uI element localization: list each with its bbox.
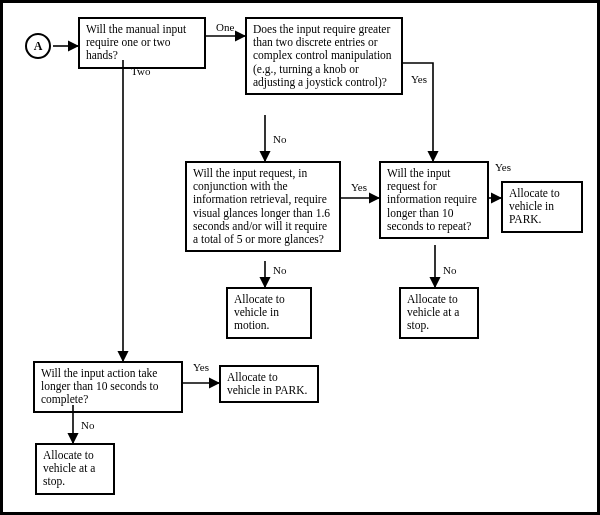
outcome-stop-1: Allocate to vehicle at a stop.	[399, 287, 479, 339]
question-complete: Will the input action take longer than 1…	[33, 361, 183, 413]
edge-label-two: Two	[131, 65, 150, 77]
question-hands: Will the manual input require one or two…	[78, 17, 206, 69]
edge-label-yes-complete: Yes	[193, 361, 209, 373]
edge-label-no-complex: No	[273, 133, 286, 145]
edge-label-yes-glances: Yes	[351, 181, 367, 193]
edge-label-yes-repeat: Yes	[495, 161, 511, 173]
outcome-stop-2: Allocate to vehicle at a stop.	[35, 443, 115, 495]
edge-label-no-repeat: No	[443, 264, 456, 276]
question-complex: Does the input require greater than two …	[245, 17, 403, 95]
question-repeat: Will the input request for information r…	[379, 161, 489, 239]
question-glances: Will the input request, in conjunction w…	[185, 161, 341, 252]
flowchart-frame: A Will the manual input require one or t…	[0, 0, 600, 515]
edge-label-yes-complex: Yes	[411, 73, 427, 85]
edge-label-one: One	[216, 21, 234, 33]
edge-label-no-glances: No	[273, 264, 286, 276]
outcome-park-1: Allocate to vehicle in PARK.	[501, 181, 583, 233]
edge-label-no-complete: No	[81, 419, 94, 431]
outcome-motion: Allocate to vehicle in motion.	[226, 287, 312, 339]
outcome-park-2: Allocate to vehicle in PARK.	[219, 365, 319, 403]
start-node: A	[25, 33, 51, 59]
